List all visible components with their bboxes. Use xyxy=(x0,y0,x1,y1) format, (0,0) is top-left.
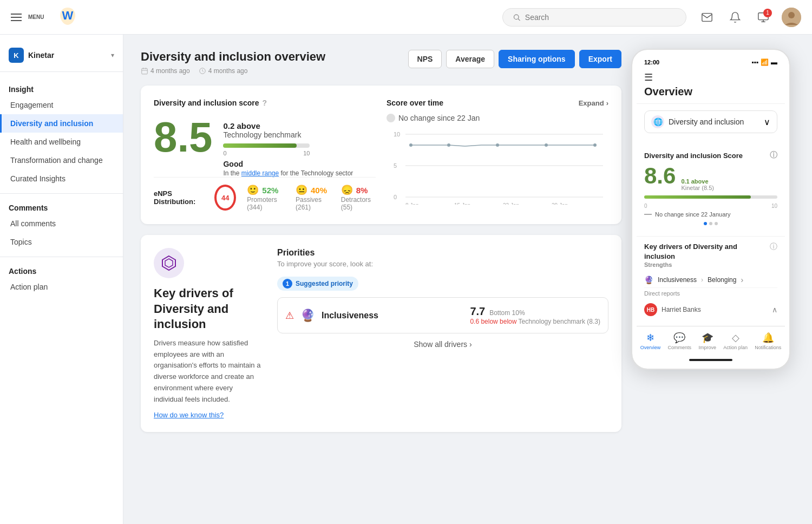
svg-point-22 xyxy=(545,143,548,147)
sharing-options-button[interactable]: Sharing options xyxy=(499,50,575,68)
priority-score: 7.7 xyxy=(470,305,485,318)
mobile-direct-reports-item[interactable]: HB Harriet Banks ∧ xyxy=(644,299,777,320)
quality-desc: In the middle range for the Technology s… xyxy=(223,169,353,177)
content-area: Diversity and inclusion overview 4 month… xyxy=(141,50,621,432)
notifications-nav-icon: 🔔 xyxy=(762,332,774,344)
mobile-nav-action-plan[interactable]: ◇ Action plan xyxy=(723,332,748,350)
passives-stat: 😐 40% xyxy=(296,184,330,196)
mobile-preview-panel: 12:00 ▪▪▪ 📶 ▬ ☰ Overview 🌐 Diversity and… xyxy=(632,50,795,432)
score-chart: 10 5 0 xyxy=(387,129,608,205)
logo[interactable]: W xyxy=(57,5,78,29)
below-label: 0.6 below xyxy=(470,318,497,325)
mobile-overview-title: Overview xyxy=(644,86,777,98)
chevron-right-icon: › xyxy=(606,99,608,107)
chevron-up-icon: ∧ xyxy=(772,305,777,314)
mobile-score-value: 8.6 xyxy=(644,165,676,187)
sidebar: K Kinetar ▾ Insight Engagement Diversity… xyxy=(0,35,123,524)
key-drivers-left: Key drivers of Diversity and inclusion D… xyxy=(154,248,262,419)
svg-text:0: 0 xyxy=(394,194,397,200)
svg-point-19 xyxy=(409,143,412,147)
calendar-icon xyxy=(141,67,148,75)
sidebar-item-all-comments[interactable]: All comments xyxy=(0,214,123,233)
sidebar-item-label: Health and wellbeing xyxy=(10,137,81,146)
header-actions: NPS Average Sharing options Export xyxy=(408,50,621,68)
sidebar-item-engagement[interactable]: Engagement xyxy=(0,96,123,114)
score-info-icon[interactable]: ? xyxy=(263,99,267,107)
priorities-title: Priorities xyxy=(277,248,608,258)
dot-1 xyxy=(704,222,707,225)
mobile-kd-item-inclusiveness[interactable]: 🔮 Inclusiveness › Belonging › xyxy=(644,272,777,288)
mobile-nav-notifications[interactable]: 🔔 Notifications xyxy=(755,332,781,350)
svg-marker-29 xyxy=(165,259,173,267)
priority-name: Inclusiveness xyxy=(322,311,463,320)
wifi-icon: 📶 xyxy=(761,58,769,66)
messages-button[interactable] xyxy=(697,8,717,27)
nps-button[interactable]: NPS xyxy=(408,50,442,68)
page-meta: 4 months ago 4 months ago xyxy=(141,67,325,75)
mobile-score-name: Kinetar (8.5) xyxy=(681,185,714,191)
svg-point-21 xyxy=(496,143,499,147)
mobile-bottom-nav: ❄ Overview 💬 Comments 🎓 Improve ◇ Action… xyxy=(637,326,785,356)
menu-button[interactable] xyxy=(11,14,22,21)
alerts-button[interactable]: 1 xyxy=(754,8,773,27)
user-avatar[interactable] xyxy=(782,8,801,27)
mobile-diversity-icon: 🌐 xyxy=(651,115,664,128)
notifications-button[interactable] xyxy=(725,8,745,27)
mobile-score-above: 0.1 above xyxy=(681,178,714,185)
show-all-drivers-button[interactable]: Show all drivers › xyxy=(277,340,608,349)
promoters-stat: 🙂 52% xyxy=(247,184,285,196)
svg-point-23 xyxy=(593,143,597,147)
main-content: Diversity and inclusion overview 4 month… xyxy=(123,35,812,447)
priorities-subtitle: To improve your score, look at: xyxy=(277,260,608,268)
bell-icon xyxy=(729,11,741,23)
improve-nav-icon: 🎓 xyxy=(702,332,713,344)
priority-item-inclusiveness[interactable]: ⚠ 🔮 Inclusiveness 7.7 Bottom 10% 0.6 bel… xyxy=(277,297,608,333)
mobile-status-icons: ▪▪▪ 📶 ▬ xyxy=(751,58,777,66)
score-card: Diversity and inclusion score ? 8.5 0.2 … xyxy=(141,86,621,224)
sidebar-item-curated[interactable]: Curated Insights xyxy=(0,169,123,188)
dot-3 xyxy=(715,222,718,225)
mobile-kd-item1-sub: Belonging xyxy=(708,276,736,284)
expand-button[interactable]: Expand › xyxy=(579,99,608,107)
mobile-diversity-item[interactable]: 🌐 Diversity and inclusion ∨ xyxy=(644,110,777,133)
detractors-stat: 😞 8% xyxy=(341,184,376,196)
mobile-menu-icon[interactable]: ☰ xyxy=(644,71,777,83)
svg-text:8 Jan: 8 Jan xyxy=(405,202,418,205)
search-bar[interactable] xyxy=(502,8,686,27)
sidebar-item-action-plan[interactable]: Action plan xyxy=(0,278,123,296)
menu-label: MENU xyxy=(28,14,44,20)
search-input[interactable] xyxy=(525,13,676,22)
priorities-section: Priorities To improve your score, look a… xyxy=(277,248,608,419)
score-section-title: Diversity and inclusion score ? xyxy=(154,99,376,107)
message-icon xyxy=(701,11,713,23)
actions-section-title: Actions xyxy=(0,263,123,278)
sidebar-item-diversity[interactable]: Diversity and inclusion xyxy=(0,114,123,133)
how-we-know-link[interactable]: How do we know this? xyxy=(154,411,262,419)
kd-info-icon[interactable]: ⓘ xyxy=(770,242,777,252)
comments-nav-icon: 💬 xyxy=(673,332,685,344)
average-button[interactable]: Average xyxy=(446,50,494,68)
mobile-nav-comments[interactable]: 💬 Comments xyxy=(668,332,692,350)
meta-date2: 4 months ago xyxy=(199,67,248,75)
passives-label: Passives (261) xyxy=(296,196,330,211)
meta-date1: 4 months ago xyxy=(141,67,190,75)
mobile-info-icon[interactable]: ⓘ xyxy=(770,150,777,160)
action-plan-nav-icon: ◇ xyxy=(732,332,739,344)
sidebar-item-label: All comments xyxy=(10,219,56,228)
hexagon-icon xyxy=(161,255,177,271)
mobile-nav-improve[interactable]: 🎓 Improve xyxy=(698,332,716,350)
key-drivers-title: Key drivers of Diversity and inclusion xyxy=(154,286,262,332)
priority-bottom: Bottom 10% xyxy=(489,309,525,317)
alert-icon: ⚠ xyxy=(285,310,294,322)
mobile-direct-reports-label: Direct reports xyxy=(644,288,777,299)
page-title: Diversity and inclusion overview xyxy=(141,50,325,64)
mobile-key-drivers: Key drivers of Diversity and inclusion S… xyxy=(637,236,785,326)
sidebar-item-health[interactable]: Health and wellbeing xyxy=(0,133,123,151)
sidebar-item-topics[interactable]: Topics xyxy=(0,233,123,251)
sidebar-item-transformation[interactable]: Transformation and change xyxy=(0,151,123,169)
sidebar-item-label: Diversity and inclusion xyxy=(10,119,93,128)
export-button[interactable]: Export xyxy=(579,50,621,68)
chevron-right-icon: › xyxy=(741,276,743,284)
org-selector[interactable]: K Kinetar ▾ xyxy=(0,43,123,72)
mobile-nav-overview[interactable]: ❄ Overview xyxy=(640,332,661,350)
